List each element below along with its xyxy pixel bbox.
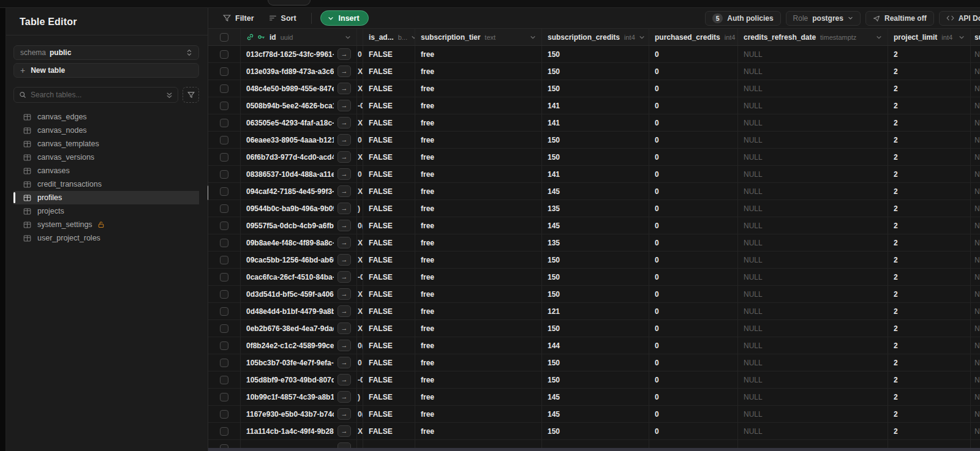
id-cell[interactable]: 11a114cb-1a4c-49f4-9b28-52219ec...→ bbox=[241, 423, 357, 439]
row-checkbox[interactable] bbox=[220, 427, 228, 436]
is-admin-cell[interactable]: FALSE bbox=[363, 354, 415, 371]
project-limit-cell[interactable]: 2 bbox=[888, 46, 971, 62]
purchased-credits-cell[interactable]: 0 bbox=[649, 252, 738, 268]
row-checkbox[interactable] bbox=[220, 67, 228, 76]
sidebar-item-canvas_nodes[interactable]: canvas_nodes bbox=[13, 124, 199, 137]
credits-refresh-date-cell[interactable]: NULL bbox=[738, 252, 888, 268]
expand-row-button[interactable]: → bbox=[337, 425, 351, 437]
purchased-credits-cell[interactable]: 0 bbox=[649, 97, 738, 114]
sidebar-item-profiles[interactable]: profiles bbox=[13, 191, 199, 204]
clipped-cell[interactable]: X bbox=[357, 63, 363, 80]
last-clipped-cell[interactable]: NULL bbox=[971, 114, 980, 131]
new-table-button[interactable]: + New table bbox=[13, 63, 199, 78]
subscription-tier-cell[interactable]: free bbox=[415, 166, 542, 182]
column-header-purchased_credits[interactable]: purchased_creditsint4 bbox=[649, 29, 738, 45]
project-limit-cell[interactable]: 2 bbox=[888, 114, 971, 131]
project-limit-cell[interactable]: 2 bbox=[888, 303, 971, 319]
id-cell[interactable]: 0cac6fca-26cf-4510-84ba-c4580...→ bbox=[241, 269, 357, 285]
id-cell[interactable]: 094caf42-7185-4e45-99f3-14abee...→ bbox=[241, 183, 357, 199]
clipped-cell[interactable]: 0( bbox=[357, 217, 363, 234]
subscription-tier-cell[interactable]: free bbox=[415, 183, 542, 199]
credits-refresh-date-cell[interactable]: NULL bbox=[738, 320, 888, 337]
id-cell[interactable]: 06eaee33-8905-4aaa-b121-ab552...→ bbox=[241, 132, 357, 148]
credits-refresh-date-cell[interactable]: NULL bbox=[738, 371, 888, 388]
credits-refresh-date-cell[interactable]: NULL bbox=[738, 303, 888, 319]
is-admin-cell[interactable]: FALSE bbox=[363, 217, 415, 234]
row-checkbox[interactable] bbox=[220, 102, 228, 110]
expand-row-button[interactable]: → bbox=[337, 288, 351, 300]
last-clipped-cell[interactable]: NULL bbox=[971, 234, 980, 251]
row-checkbox[interactable] bbox=[220, 341, 228, 350]
project-limit-cell[interactable]: 2 bbox=[888, 389, 971, 405]
credits-refresh-date-cell[interactable]: NULL bbox=[738, 354, 888, 371]
id-cell[interactable]: 09cac5bb-1256-46bd-ab60-64ed...→ bbox=[241, 252, 357, 268]
sidebar-item-system_settings[interactable]: system_settings bbox=[13, 218, 199, 231]
filter-tables-button[interactable] bbox=[183, 87, 199, 103]
credits-refresh-date-cell[interactable]: NULL bbox=[738, 183, 888, 199]
subscription-credits-cell[interactable]: 145 bbox=[542, 389, 649, 405]
subscription-tier-cell[interactable]: free bbox=[415, 63, 542, 80]
is-admin-cell[interactable]: FALSE bbox=[363, 63, 415, 80]
id-cell[interactable]: 105d8bf9-e703-49bd-807d-645e...→ bbox=[241, 371, 357, 388]
last-clipped-cell[interactable]: NULL bbox=[971, 46, 980, 62]
credits-refresh-date-cell[interactable]: NULL bbox=[738, 217, 888, 234]
is-admin-cell[interactable]: FALSE bbox=[363, 234, 415, 251]
credits-refresh-date-cell[interactable]: NULL bbox=[738, 234, 888, 251]
expand-row-button[interactable]: → bbox=[337, 220, 351, 231]
id-cell[interactable]: 0f8b24e2-c1c2-4589-99ce-2c52d...→ bbox=[241, 337, 357, 354]
subscription-tier-cell[interactable]: free bbox=[415, 286, 542, 302]
last-clipped-cell[interactable]: NULL bbox=[971, 252, 980, 268]
clipped-cell[interactable]: X bbox=[357, 114, 363, 131]
last-clipped-cell[interactable]: NULL bbox=[971, 389, 980, 405]
expand-row-button[interactable]: → bbox=[337, 271, 351, 283]
row-checkbox[interactable] bbox=[220, 239, 228, 247]
subscription-credits-cell[interactable]: 145 bbox=[542, 406, 649, 422]
purchased-credits-cell[interactable]: 0 bbox=[649, 63, 738, 80]
sort-button[interactable]: Sort bbox=[263, 11, 303, 26]
expand-row-button[interactable]: → bbox=[337, 340, 351, 351]
last-clipped-cell[interactable]: NULL bbox=[971, 217, 980, 234]
row-checkbox[interactable] bbox=[220, 273, 228, 281]
clipped-cell[interactable]: X bbox=[357, 149, 363, 165]
last-clipped-cell[interactable]: NULL bbox=[971, 406, 980, 422]
is-admin-cell[interactable]: FALSE bbox=[363, 337, 415, 354]
subscription-tier-cell[interactable]: free bbox=[415, 320, 542, 337]
credits-refresh-date-cell[interactable]: NULL bbox=[738, 63, 888, 80]
api-docs-button[interactable]: API Do bbox=[939, 11, 980, 26]
subscription-tier-cell[interactable]: free bbox=[415, 252, 542, 268]
purchased-credits-cell[interactable]: 0 bbox=[649, 389, 738, 405]
last-clipped-cell[interactable]: NULL bbox=[971, 166, 980, 182]
row-checkbox[interactable] bbox=[220, 359, 228, 367]
credits-refresh-date-cell[interactable]: NULL bbox=[738, 132, 888, 148]
insert-button[interactable]: Insert bbox=[320, 10, 369, 26]
purchased-credits-cell[interactable]: 0 bbox=[649, 234, 738, 251]
is-admin-cell[interactable]: FALSE bbox=[363, 406, 415, 422]
expand-row-button[interactable]: → bbox=[337, 305, 351, 317]
last-clipped-cell[interactable]: NULL bbox=[971, 269, 980, 285]
credits-refresh-date-cell[interactable]: NULL bbox=[738, 149, 888, 165]
project-limit-cell[interactable]: 2 bbox=[888, 354, 971, 371]
purchased-credits-cell[interactable]: 0 bbox=[649, 149, 738, 165]
is-admin-cell[interactable]: FALSE bbox=[363, 371, 415, 388]
credits-refresh-date-cell[interactable]: NULL bbox=[738, 114, 888, 131]
clipped-cell[interactable]: X bbox=[357, 423, 363, 439]
subscription-credits-cell[interactable]: 150 bbox=[542, 252, 649, 268]
subscription-tier-cell[interactable]: free bbox=[415, 234, 542, 251]
subscription-tier-cell[interactable]: free bbox=[415, 217, 542, 234]
id-cell[interactable]: 0d3d541d-bf5c-459f-a406-16b93...→ bbox=[241, 286, 357, 302]
id-cell[interactable]: 09557f5a-0dcb-4cb9-a6fb-fff366...→ bbox=[241, 217, 357, 234]
project-limit-cell[interactable]: 2 bbox=[888, 406, 971, 422]
project-limit-cell[interactable]: 2 bbox=[888, 234, 971, 251]
subscription-tier-cell[interactable]: free bbox=[415, 114, 542, 131]
project-limit-cell[interactable]: 2 bbox=[888, 183, 971, 199]
subscription-tier-cell[interactable]: free bbox=[415, 371, 542, 388]
id-cell[interactable]: 09544b0c-ba9b-496a-9b09-244...→ bbox=[241, 200, 357, 217]
last-clipped-cell[interactable]: NULL bbox=[971, 63, 980, 80]
expand-row-button[interactable]: → bbox=[337, 357, 351, 368]
purchased-credits-cell[interactable]: 0 bbox=[649, 303, 738, 319]
purchased-credits-cell[interactable]: 0 bbox=[649, 132, 738, 148]
purchased-credits-cell[interactable]: 0 bbox=[649, 46, 738, 62]
project-limit-cell[interactable]: 2 bbox=[888, 252, 971, 268]
purchased-credits-cell[interactable]: 0 bbox=[649, 114, 738, 131]
project-limit-cell[interactable]: 2 bbox=[888, 371, 971, 388]
